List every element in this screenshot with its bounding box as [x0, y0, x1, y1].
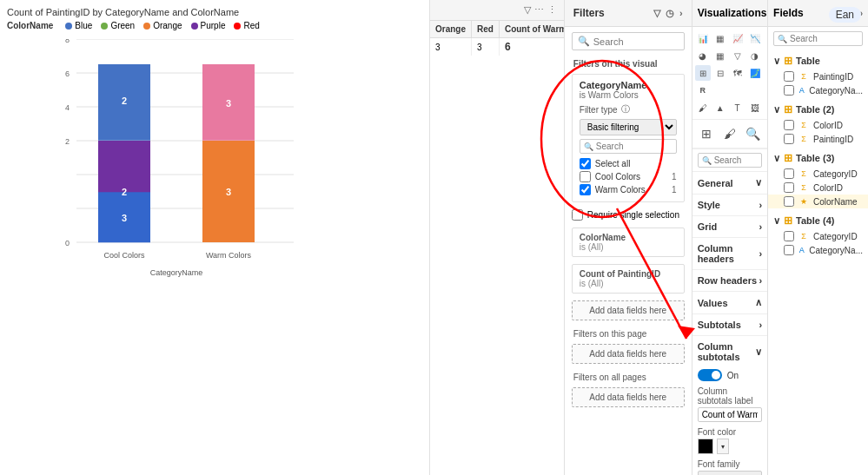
toggle-track[interactable] [698, 369, 722, 381]
bar-chart-svg[interactable]: 8 6 4 2 0 2 2 3 3 3 [50, 39, 294, 308]
viz-area-icon[interactable]: 📉 [747, 30, 763, 46]
expand-icon[interactable]: ⋯ [534, 4, 544, 16]
filter-checkbox-warm[interactable] [580, 184, 591, 195]
font-family-select[interactable]: Segoe UI Arial Calibri [698, 471, 762, 475]
field-checkbox-catname-4[interactable] [784, 245, 794, 255]
filters-search-input[interactable] [593, 36, 679, 47]
table-2-name: Table (2) [796, 104, 834, 115]
star-icon-3: ★ [798, 196, 809, 207]
viz-section-row-headers-header[interactable]: Row headers › [698, 274, 762, 287]
filter-type-row: Filter type ⓘ [580, 103, 677, 115]
table-row: 3 3 6 [430, 38, 565, 56]
table-2-header[interactable]: ∨ ⊞ Table (2) [768, 101, 868, 118]
filters-search-box[interactable]: 🔍 [572, 32, 685, 50]
col-count-warm: Count of Warm Colors [499, 21, 564, 38]
viz-section-style-header[interactable]: Style › [698, 198, 762, 212]
field-checkbox-catname-1[interactable] [784, 85, 794, 96]
field-checkbox-colorname-3[interactable] [784, 196, 794, 207]
field-checkbox-paintingid-2[interactable] [784, 134, 794, 144]
field-checkbox-paintingid-1[interactable] [784, 71, 794, 82]
viz-image-icon[interactable]: 🖼 [747, 100, 763, 115]
filter-item-cool-colors[interactable]: Cool Colors 1 [580, 170, 677, 183]
filter-item-warm-colors[interactable]: Warm Colors 1 [580, 183, 677, 196]
chevron-up-col-subtotals: ∨ [755, 346, 762, 358]
chevron-up-values: ∧ [755, 297, 762, 308]
viz-matrix-icon[interactable]: ⊟ [712, 65, 728, 81]
field-checkbox-catid-3[interactable] [784, 168, 794, 179]
viz-section-col-subtotals-header[interactable]: Column subtotals ∨ [698, 340, 762, 364]
filter-inner-search[interactable]: 🔍 [580, 139, 677, 154]
field-colorid-2: Σ ColorID [768, 118, 868, 132]
filter-select-all-checkbox[interactable] [580, 158, 591, 169]
table-group-4: ∨ ⊞ Table (4) Σ CategoryID A CategoryNa.… [768, 210, 868, 259]
col-red: Red [472, 21, 500, 38]
field-checkbox-colorid-3[interactable] [784, 182, 794, 193]
font-color-row: ▾ [698, 439, 762, 454]
svg-text:6: 6 [65, 69, 70, 78]
viz-funnel-icon[interactable]: ▽ [730, 48, 745, 63]
filter-select-all[interactable]: Select all [580, 157, 677, 170]
legend-text-orange: Orange [153, 21, 182, 30]
filter-icon[interactable]: ▽ [524, 4, 531, 16]
table-group-1: ∨ ⊞ Table Σ PaintingID A CategoryNa... [768, 50, 868, 99]
col-orange: Orange [430, 21, 472, 38]
viz-filled-map-icon[interactable]: 🗾 [747, 65, 763, 81]
viz-analytics-icon[interactable]: 🔍 [744, 124, 762, 143]
filter-search-input[interactable] [596, 142, 673, 151]
viz-treemap-icon[interactable]: ▦ [712, 48, 728, 63]
field-checkbox-catid-4[interactable] [784, 231, 794, 241]
viz-section-col-headers-header[interactable]: Column headers › [698, 241, 762, 266]
chevron-right-style: › [759, 200, 762, 210]
viz-text-icon[interactable]: T [730, 100, 745, 115]
add-fields-visual[interactable]: Add data fields here [572, 300, 685, 320]
col-subtotals-label-input[interactable] [698, 407, 762, 422]
filter-card-subtitle: is Warm Colors [580, 90, 677, 100]
more-icon[interactable]: ⋮ [547, 4, 557, 16]
viz-stacked-icon[interactable]: ▦ [712, 30, 728, 46]
col-subtotals-label-label: Column subtotals label [698, 386, 762, 406]
filter-chevron-icon[interactable]: › [679, 8, 683, 19]
filter-funnel-icon[interactable]: ▽ [653, 8, 660, 19]
viz-search-input[interactable] [714, 155, 758, 165]
viz-r-icon[interactable]: R [695, 82, 711, 98]
table-1-header[interactable]: ∨ ⊞ Table [768, 52, 868, 69]
svg-text:2: 2 [122, 96, 127, 106]
table-3-header[interactable]: ∨ ⊞ Table (3) [768, 149, 868, 167]
viz-paintbrush-icon[interactable]: 🖌 [695, 100, 711, 115]
viz-search-box[interactable]: 🔍 [698, 153, 762, 168]
viz-bar-chart-icon[interactable]: 📊 [695, 30, 711, 46]
filter-type-select[interactable]: Basic filtering Advanced filtering [580, 119, 677, 135]
table-4-header[interactable]: ∨ ⊞ Table (4) [768, 212, 868, 229]
viz-section-grid: Grid › [692, 215, 767, 237]
viz-line-icon[interactable]: 📈 [730, 30, 745, 46]
require-single-checkbox[interactable] [572, 209, 583, 221]
viz-section-general-header[interactable]: General ∨ [698, 175, 762, 190]
viz-panel: Visualizations › 📊 ▦ 📈 📉 ⋯ ◕ ▦ ▽ ◑ ▭ ⊞ ⊟… [692, 0, 768, 475]
fields-search-box[interactable]: 🔍 [773, 31, 863, 46]
field-checkbox-colorid-2[interactable] [784, 120, 794, 130]
font-color-label: Font color [698, 427, 762, 437]
viz-section-subtotals-header[interactable]: Subtotals › [698, 318, 762, 332]
viz-section-grid-header[interactable]: Grid › [698, 220, 762, 234]
chart-legend: ColorName Blue Green Orange Purple Red [7, 21, 422, 30]
viz-format-icon[interactable]: 🖌 [720, 124, 739, 143]
viz-gauge-icon[interactable]: ◑ [747, 48, 763, 63]
viz-section-values-header[interactable]: Values ∧ [698, 295, 762, 310]
viz-table-icon[interactable]: ⊞ [695, 65, 711, 81]
viz-fields-icon[interactable]: ⊞ [698, 124, 716, 143]
fields-search-input[interactable] [790, 34, 858, 43]
add-fields-all[interactable]: Add data fields here [572, 387, 685, 407]
col-subtotals-toggle[interactable]: On [698, 367, 762, 383]
viz-pie-icon[interactable]: ◕ [695, 48, 711, 63]
filter-checkbox-cool[interactable] [580, 171, 591, 182]
viz-filter-small-icon[interactable]: ▲ [712, 100, 728, 115]
cell-red: 3 [472, 38, 500, 56]
viz-map-icon[interactable]: 🗺 [730, 65, 745, 81]
fields-title: Fields [773, 7, 804, 19]
add-fields-page[interactable]: Add data fields here [572, 344, 685, 364]
font-color-dropdown[interactable]: ▾ [717, 439, 729, 454]
filter-pin-icon[interactable]: ◷ [666, 8, 674, 19]
table-icon-2: ⊞ [784, 103, 792, 115]
svg-text:3: 3 [122, 213, 127, 223]
font-color-swatch[interactable] [698, 439, 713, 454]
